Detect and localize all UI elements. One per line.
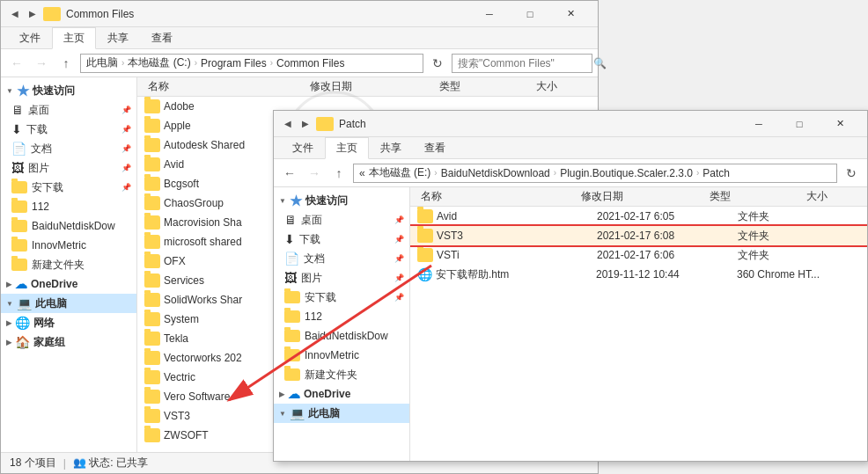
ribbon-tabs: 文件 主页 共享 查看 [1,27,598,48]
desktop-icon: 🖥 [11,103,24,117]
nav-forward-button[interactable]: → [304,163,325,184]
address-path[interactable]: 此电脑 › 本地磁盘 (C:) › Program Files › Common… [80,54,423,73]
pictures-icon: 🖼 [11,161,24,175]
close-button[interactable]: ✕ [550,1,591,27]
folder-icon [144,235,160,249]
folder-icon [144,157,160,171]
tab-share[interactable]: 共享 [369,137,413,158]
sidebar-homegroup[interactable]: ▶ 🏠 家庭组 [1,332,136,352]
sidebar-item-documents[interactable]: 📄 文档 📌 [1,139,136,158]
path-programfiles: Program Files [201,57,267,69]
cloud-icon: ☁ [288,387,300,401]
share-status: 👥 状态: 已共享 [73,456,148,470]
col-header-date[interactable]: 修改日期 [306,77,436,96]
nav-up-button[interactable]: ↑ [55,53,77,74]
chevron-icon: ▼ [6,87,13,95]
nav-back-button[interactable]: ← [6,53,27,74]
patch-address-bar: ← → ↑ « 本地磁盘 (E:) › BaiduNetdiskDownload… [274,159,867,187]
file-type: 文件夹 [738,248,843,263]
tab-view[interactable]: 查看 [413,137,457,158]
maximize-button[interactable]: □ [510,1,550,27]
tab-view[interactable]: 查看 [140,27,184,48]
col-header-size[interactable]: 大小 [533,77,598,96]
sidebar-item-label: 文档 [31,142,117,157]
sidebar-onedrive[interactable]: ▶ ☁ OneDrive [1,274,136,294]
sidebar-item-newfolder[interactable]: 新建文件夹 [274,365,409,384]
item-count: 18 个项目 [10,456,56,470]
sidebar-item-112[interactable]: 112 [1,197,136,216]
sidebar-item-innovmetric[interactable]: InnovMetric [1,236,136,255]
sidebar-item-112[interactable]: 112 [274,307,409,326]
pictures-icon: 🖼 [284,271,297,285]
sidebar-item-downloads[interactable]: ⬇ 下载 📌 [1,120,136,139]
folder-icon [144,196,160,210]
star-icon: ★ [290,193,302,209]
path-current: Common Files [276,57,344,69]
sidebar-quick-access[interactable]: ▼ ★ 快速访问 [274,191,409,210]
sidebar-item-pictures[interactable]: 🖼 图片 📌 [1,158,136,178]
forward-icon: ▶ [298,117,313,131]
sidebar-item-baidu[interactable]: BaiduNetdiskDow [1,216,136,236]
list-item-avid[interactable]: Avid 2021-02-17 6:05 文件夹 [410,207,867,226]
sidebar-onedrive[interactable]: ▶ ☁ OneDrive [274,384,409,404]
maximize-button[interactable]: □ [779,111,820,137]
pin-icon: 📌 [121,144,131,153]
col-header-name[interactable]: 名称 [144,77,306,96]
sidebar-item-downloads[interactable]: ⬇ 下载 📌 [274,230,409,249]
sidebar-item-newfolder[interactable]: 新建文件夹 [1,255,136,274]
file-date: 2019-11-12 10:44 [596,268,737,281]
sidebar-item-desktop[interactable]: 🖥 桌面 📌 [274,210,409,230]
sidebar-network[interactable]: ▶ 🌐 网络 [1,313,136,332]
tab-file[interactable]: 文件 [8,27,52,48]
col-header-size[interactable]: 大小 [803,187,867,206]
folder-icon [417,229,433,243]
sidebar-item-label: BaiduNetdiskDow [32,220,136,232]
tab-file[interactable]: 文件 [281,137,325,158]
sidebar-this-pc[interactable]: ▼ 💻 此电脑 [274,404,409,423]
sidebar-this-pc[interactable]: ▼ 💻 此电脑 [1,294,136,313]
file-name: Avid [437,210,597,222]
sidebar-item-anzaixia[interactable]: 安下载 📌 [1,178,136,197]
tab-home[interactable]: 主页 [325,137,369,159]
path-drive: 本地磁盘 (C:) [128,55,190,70]
nav-forward-button[interactable]: → [31,53,52,74]
sidebar-quick-access[interactable]: ▼ ★ 快速访问 [1,81,136,100]
homegroup-icon: 🏠 [15,335,30,349]
col-header-name[interactable]: 名称 [417,187,577,206]
patch-address-path[interactable]: « 本地磁盘 (E:) › BaiduNetdiskDownload › Plu… [353,164,837,183]
minimize-button[interactable]: ─ [469,1,510,27]
sidebar-item-desktop[interactable]: 🖥 桌面 📌 [1,100,136,120]
sidebar-item-innovmetric[interactable]: InnovMetric [274,346,409,365]
sidebar-item-anzaixia[interactable]: 安下载 📌 [274,288,409,307]
chevron-icon: ▶ [6,319,11,327]
forward-icon: ▶ [26,7,40,21]
list-item-htm[interactable]: 🌐 安下载帮助.htm 2019-11-12 10:44 360 Chrome … [410,265,867,284]
folder-icon [43,7,61,21]
folder-icon [11,181,27,193]
refresh-button[interactable]: ↻ [427,53,448,74]
sidebar-item-label: 安下载 [32,180,117,195]
col-header-type[interactable]: 类型 [706,187,803,206]
nav-up-button[interactable]: ↑ [328,163,349,184]
tab-share[interactable]: 共享 [96,27,140,48]
sidebar-item-pictures[interactable]: 🖼 图片 📌 [274,268,409,288]
col-header-type[interactable]: 类型 [436,77,533,96]
list-item-vsti[interactable]: VSTi 2021-02-17 6:06 文件夹 [410,245,867,265]
pin-icon: 📌 [394,273,404,282]
tab-home[interactable]: 主页 [52,27,96,49]
nav-back-button[interactable]: ← [279,163,300,184]
chevron-icon: ▼ [279,410,286,418]
file-type: 文件夹 [738,229,843,244]
close-button[interactable]: ✕ [820,111,860,137]
col-header-date[interactable]: 修改日期 [577,187,706,206]
sidebar-item-documents[interactable]: 📄 文档 📌 [274,249,409,268]
chevron-icon: ▶ [6,339,11,346]
back-icon: ◀ [281,117,295,131]
sidebar-item-baidu[interactable]: BaiduNetdiskDow [274,326,409,346]
path-pc: 此电脑 [86,55,118,70]
search-input[interactable] [458,57,590,69]
refresh-button[interactable]: ↻ [841,163,862,184]
minimize-button[interactable]: ─ [739,111,779,137]
list-item-vst3-patch[interactable]: VST3 2021-02-17 6:08 文件夹 [410,226,867,245]
sidebar-item-label: 新建文件夹 [305,368,409,383]
